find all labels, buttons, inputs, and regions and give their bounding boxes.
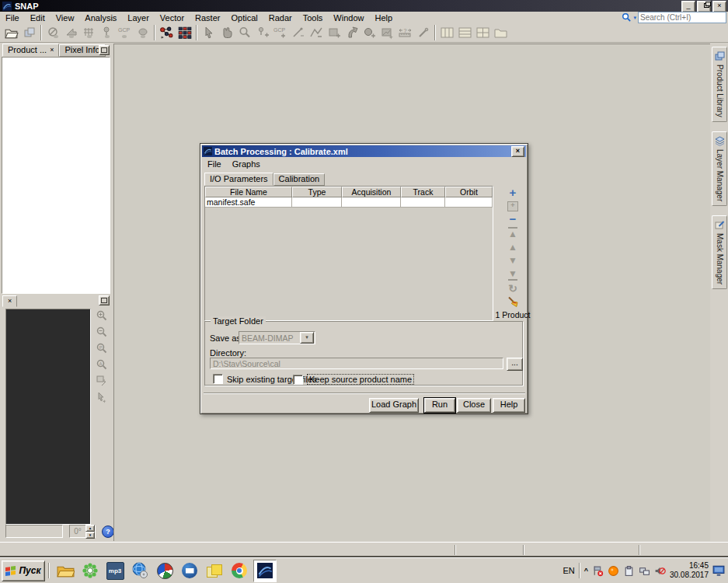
security-alert-icon[interactable] [592, 565, 604, 577]
line-tool-icon [289, 24, 307, 41]
graph-builder-icon[interactable] [158, 24, 176, 41]
help-button-dialog[interactable]: Help [493, 398, 525, 413]
close-button[interactable]: × [712, 1, 726, 12]
menu-raster[interactable]: Raster [190, 12, 225, 23]
menu-optical[interactable]: Optical [225, 12, 263, 23]
toolbar-separator [154, 25, 155, 40]
clear-list-icon[interactable] [507, 296, 519, 307]
tab-close-icon[interactable]: × [50, 46, 54, 54]
quicklaunch-media-ball[interactable] [154, 560, 176, 581]
browse-button[interactable]: ... [507, 358, 523, 371]
column-header-orbit[interactable]: Orbit [445, 187, 493, 197]
navigation-toolbar: P A [94, 309, 110, 403]
navigation-tabbar: × [0, 294, 112, 307]
tray-date: 30.08.2017 [670, 571, 709, 579]
quicklaunch-explorer[interactable] [54, 560, 76, 581]
add-all-opened-icon: + [507, 201, 518, 211]
quicklaunch-mp3-player[interactable]: mp3 [104, 560, 126, 581]
cell-file-name[interactable]: manifest.safe [205, 197, 292, 208]
dialog-menu-file[interactable]: File [202, 159, 227, 169]
toolbar-separator [434, 25, 436, 40]
menu-tools[interactable]: Tools [298, 12, 329, 23]
table-row[interactable]: manifest.safe [205, 197, 493, 208]
start-button[interactable]: Пуск [2, 560, 45, 581]
tab-io-parameters[interactable]: I/O Parameters [204, 173, 273, 186]
close-button-dialog[interactable]: Close [457, 398, 491, 413]
snap-taskbar-icon [257, 563, 273, 578]
polyline-tool-icon [307, 24, 325, 41]
tab-navigation[interactable]: × [2, 295, 17, 307]
app-title: SNAP [15, 2, 39, 11]
menu-layer[interactable]: Layer [122, 12, 155, 23]
keep-name-label[interactable]: Keep source product name [307, 374, 414, 385]
batch-processing-icon[interactable] [176, 24, 193, 41]
cell-type[interactable] [292, 197, 342, 208]
snap-logo-icon [2, 2, 12, 11]
panel-minimize-button[interactable] [99, 45, 110, 55]
cell-track[interactable] [401, 197, 445, 208]
tab-calibration[interactable]: Calibration [273, 173, 326, 186]
cell-acquisition[interactable] [342, 197, 401, 208]
show-desktop-icon[interactable] [712, 565, 725, 576]
skip-existing-checkbox[interactable] [213, 374, 223, 384]
minimize-button[interactable]: _ [681, 1, 695, 12]
open-product-icon[interactable] [2, 24, 20, 41]
app-titlebar: SNAP _ × [0, 0, 728, 12]
load-graph-button[interactable]: Load Graph [369, 398, 419, 413]
dialog-close-button[interactable]: × [511, 146, 524, 157]
antivirus-icon[interactable] [608, 565, 619, 577]
column-header-track[interactable]: Track [401, 187, 445, 197]
dialog-side-toolbar: + + − ▲ ▲ ▼ ▼ ↻ 1 Product [498, 187, 528, 319]
quicklaunch-icq[interactable] [79, 560, 101, 581]
tray-chevron-icon[interactable]: ^ [584, 567, 588, 574]
column-header-type[interactable]: Type [292, 187, 342, 197]
volume-muted-icon[interactable] [654, 565, 666, 577]
language-indicator[interactable]: EN [563, 566, 574, 575]
tab-close-icon[interactable]: × [8, 297, 12, 305]
menu-help[interactable]: Help [369, 12, 398, 23]
menu-file[interactable]: File [0, 12, 25, 23]
help-button[interactable]: ? [102, 525, 114, 538]
import-vector-icon [62, 24, 80, 41]
panel-minimize-button[interactable] [99, 295, 110, 305]
network-icon[interactable] [639, 565, 650, 577]
status-divider [455, 545, 456, 555]
menu-analysis[interactable]: Analysis [79, 12, 122, 23]
quicklaunch-snap[interactable] [253, 560, 277, 582]
column-header-file-name[interactable]: File Name [205, 187, 292, 197]
search-caret-icon[interactable]: ▾ [633, 15, 636, 21]
navigation-panel: × P A 0° ▴ ▾ ? [0, 294, 112, 541]
tab-layer-manager[interactable]: Layer Manager [712, 131, 727, 206]
restore-button[interactable] [697, 1, 711, 12]
tab-mask-manager[interactable]: Mask Manager [712, 215, 727, 289]
dialog-menu-graphs[interactable]: Graphs [227, 159, 266, 169]
quicklaunch-thunderbird[interactable] [179, 560, 200, 581]
add-product-icon[interactable]: + [510, 187, 517, 198]
tray-separator [579, 563, 580, 578]
menu-radar[interactable]: Radar [263, 12, 298, 23]
keep-name-checkbox[interactable] [293, 375, 303, 385]
search-input[interactable] [638, 12, 726, 23]
rotation-value: 0° [70, 527, 85, 536]
tab-product-library[interactable]: Product Library [712, 47, 727, 122]
quicklaunch-chrome[interactable] [228, 560, 250, 581]
status-divider [639, 545, 640, 555]
tab-product-explorer[interactable]: Product ... × [2, 44, 59, 57]
menu-view[interactable]: View [51, 12, 80, 23]
menu-edit[interactable]: Edit [25, 12, 51, 23]
navigation-coordinate-field [5, 525, 63, 538]
tab-product-library-label: Product Library [716, 65, 724, 117]
search-icon[interactable] [622, 12, 632, 23]
menu-window[interactable]: Window [328, 12, 369, 23]
clipboard-icon[interactable] [623, 565, 635, 577]
quicklaunch-sticky-notes[interactable] [204, 560, 225, 581]
zoom-out-icon [96, 326, 108, 338]
menu-vector[interactable]: Vector [155, 12, 190, 23]
quicklaunch-internet-globe[interactable] [129, 560, 151, 581]
product-count-label: 1 Product [496, 310, 531, 319]
column-header-acquisition[interactable]: Acquisition [342, 187, 401, 197]
cell-orbit[interactable] [445, 197, 493, 208]
run-button[interactable]: Run [424, 398, 455, 413]
remove-product-icon[interactable]: − [510, 214, 517, 225]
search-box: ▾ [622, 12, 726, 23]
